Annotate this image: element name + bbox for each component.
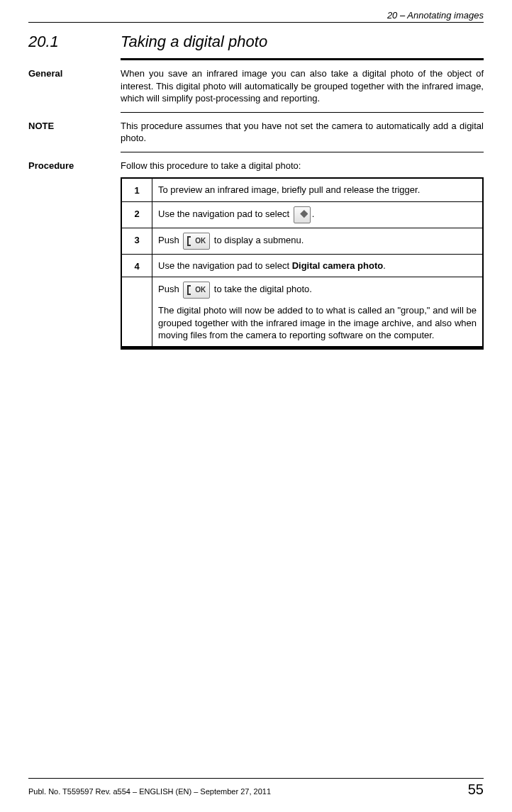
procedure-label: Procedure — [28, 160, 121, 347]
chapter-label: 20 – Annotating images — [387, 10, 484, 21]
table-row: Push OK to take the digital photo. The d… — [121, 277, 483, 347]
step-text: Push OK to display a submenu. — [152, 228, 484, 254]
note-text: This procedure assumes that you have not… — [121, 120, 484, 145]
procedure-body: Follow this procedure to take a digital … — [121, 160, 484, 347]
ok-button-icon: OK — [183, 233, 210, 250]
section-title: Taking a digital photo — [121, 33, 267, 51]
page-footer: Publ. No. T559597 Rev. a554 – ENGLISH (E… — [28, 778, 484, 798]
step-number: 1 — [121, 178, 152, 201]
step-text: To preview an infrared image, briefly pu… — [152, 178, 484, 201]
table-row: 4 Use the navigation pad to select Digit… — [121, 254, 483, 277]
step-number: 2 — [121, 201, 152, 228]
step-number: 4 — [121, 254, 152, 277]
section-heading: 20.1 Taking a digital photo — [28, 33, 484, 51]
table-row: 3 Push OK to display a submenu. — [121, 228, 483, 254]
procedure-block: Procedure Follow this procedure to take … — [28, 160, 484, 347]
step-text: Use the navigation pad to select Digital… — [152, 254, 484, 277]
procedure-intro: Follow this procedure to take a digital … — [121, 160, 484, 172]
note-label: NOTE — [28, 120, 121, 145]
heavy-rule — [121, 347, 484, 350]
table-row: 2 Use the navigation pad to select . — [121, 201, 483, 228]
step-text: Push OK to take the digital photo. The d… — [152, 277, 484, 347]
step-number — [121, 277, 152, 347]
section-number: 20.1 — [28, 33, 121, 51]
thin-rule — [121, 112, 484, 113]
procedure-table: 1 To preview an infrared image, briefly … — [121, 177, 484, 347]
svg-rect-0 — [300, 210, 308, 218]
heavy-rule — [121, 58, 484, 60]
general-block: General When you save an infrared image … — [28, 67, 484, 105]
publication-info: Publ. No. T559597 Rev. a554 – ENGLISH (E… — [28, 787, 271, 796]
general-text: When you save an infrared image you can … — [121, 67, 484, 105]
page-header: 20 – Annotating images — [28, 0, 484, 23]
table-row: 1 To preview an infrared image, briefly … — [121, 178, 483, 201]
general-label: General — [28, 67, 121, 105]
note-block: NOTE This procedure assumes that you hav… — [28, 120, 484, 145]
page-number: 55 — [468, 782, 484, 798]
step-number: 3 — [121, 228, 152, 254]
ok-button-icon: OK — [183, 282, 210, 299]
diamond-icon — [294, 206, 311, 223]
step-text: Use the navigation pad to select . — [152, 201, 484, 228]
thin-rule — [121, 152, 484, 152]
